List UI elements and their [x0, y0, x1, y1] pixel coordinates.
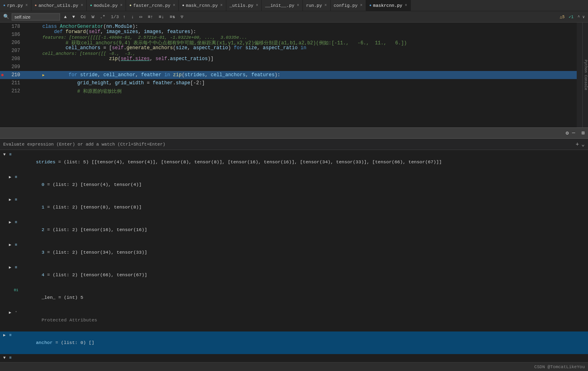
tab-maskrcnn-close[interactable]: ×	[405, 3, 407, 8]
sep-close-icon[interactable]: —	[572, 130, 575, 136]
search-count: 1/3	[111, 15, 119, 19]
eval-add-btn[interactable]: +	[576, 141, 579, 148]
sep-settings-icon[interactable]: ⚙	[566, 130, 569, 136]
tab-mask-rcnn[interactable]: ● mask_rcnn.py ×	[179, 0, 226, 11]
strides-3-expand[interactable]: ▶	[7, 242, 13, 249]
tree-strides-row[interactable]: ▼ ≡ strides = (list: 5) [[tensor(4), ten…	[0, 151, 588, 173]
strides-0-content: 0 = (list: 2) [tensor(4), tensor(4)]	[19, 174, 586, 196]
tab-run[interactable]: run.py ×	[303, 0, 331, 11]
strides-4-expand[interactable]: ▶	[7, 264, 13, 271]
tab-init[interactable]: __init__.py ×	[262, 0, 303, 11]
debug-input-bar: Evaluate expression (Enter) or add a wat…	[0, 139, 588, 150]
cell-anchors-expand[interactable]: ▼	[2, 354, 7, 362]
sep-icons: ⚙ — ⊞	[566, 130, 585, 136]
tab-anchor-utils[interactable]: ● anchor_utils.py ×	[31, 0, 87, 11]
tab-config-close[interactable]: ×	[360, 3, 362, 8]
separator-bar: ⚙ — ⊞	[0, 127, 588, 139]
tab-config[interactable]: config.py ×	[331, 0, 366, 11]
search-nav-up[interactable]: ↑	[121, 14, 127, 20]
tab-init-close[interactable]: ×	[297, 3, 299, 8]
cell-anchors-icon: ≡	[7, 354, 14, 362]
sep-grid-icon[interactable]: ⊞	[582, 130, 585, 136]
search-input[interactable]	[12, 13, 60, 21]
debug-tree: ▼ ≡ strides = (list: 5) [[tensor(4), ten…	[0, 150, 588, 362]
tab-anchor-utils-label: anchor_utils.py	[38, 3, 78, 8]
strides-0-expand[interactable]: ▶	[7, 174, 13, 181]
strides-1-expand[interactable]: ▶	[7, 196, 13, 204]
tree-cell-anchors-row[interactable]: ▼ ≡ cell_anchors = (list: 5) [tensor([[ …	[0, 354, 588, 362]
code-line-212[interactable]: 212 # 和原图的缩放比例	[0, 87, 588, 95]
strides-child-3[interactable]: ▶ ≡ 3 = (list: 2) [tensor(34), tensor(33…	[6, 241, 588, 264]
tab-rpn-label: rpn.py	[7, 3, 23, 8]
eval-placeholder: Evaluate expression (Enter) or add a wat…	[3, 142, 166, 147]
strides-protected-icon: *	[13, 309, 19, 317]
tab-anchor-utils-close[interactable]: ×	[81, 3, 83, 8]
tab-utils[interactable]: _utils.py ×	[226, 0, 262, 11]
strides-child-4[interactable]: ▶ ≡ 4 = (list: 2) [tensor(66), tensor(67…	[6, 264, 588, 286]
code-line-208[interactable]: 208 zip(self.sizes, self.aspect_ratios)]	[0, 55, 588, 63]
line-212-content: # 和原图的缩放比例	[25, 82, 588, 100]
search-btn4[interactable]: ≡↑	[146, 14, 155, 20]
search-nav-down[interactable]: ↓	[130, 14, 136, 20]
line-178-num: 178	[5, 24, 25, 29]
tab-rpn-close[interactable]: ×	[25, 3, 28, 8]
tab-run-close[interactable]: ×	[325, 3, 327, 8]
strides-2-content: 2 = (list: 2) [tensor(16), tensor(16)]	[19, 219, 586, 241]
strides-0-icon: ≡	[13, 174, 19, 181]
tab-utils-label: _utils.py	[230, 3, 253, 8]
line-207-num: 207	[5, 48, 25, 54]
tab-utils-close[interactable]: ×	[256, 3, 258, 8]
tab-rpn[interactable]: ● rpn.py ×	[0, 0, 31, 11]
tree-anchor-row[interactable]: ▶ ≡ anchor = (list: 0) []	[0, 331, 588, 354]
line-210-breakpoint: ●	[0, 72, 5, 78]
eval-expand-btn[interactable]: ⌄	[582, 141, 585, 148]
line-212-num: 212	[5, 88, 25, 94]
strides-len-content: _len_ = (int) 5	[19, 287, 586, 308]
search-next-btn[interactable]: ▼	[71, 14, 77, 20]
search-btn5[interactable]: ≡↓	[157, 14, 166, 20]
strides-child-2[interactable]: ▶ ≡ 2 = (list: 2) [tensor(16), tensor(16…	[6, 219, 588, 241]
line-208-content: zip(self.sizes, self.aspect_ratios)]	[25, 50, 588, 67]
search-regex-btn[interactable]: .*	[98, 14, 107, 20]
search-match-case-btn[interactable]: Cc	[79, 14, 87, 20]
line-211-num: 211	[5, 80, 25, 86]
line-206-num: 206	[5, 40, 25, 46]
search-whole-word-btn[interactable]: W	[90, 14, 96, 20]
strides-child-1[interactable]: ▶ ≡ 1 = (list: 2) [tensor(8), tensor(8)]	[6, 196, 588, 219]
bottom-text: CSDN @TomcatLikeYou	[534, 365, 585, 369]
right-panel-toggle[interactable]: Python Console	[582, 23, 588, 127]
strides-3-content: 3 = (list: 2) [tensor(34), tensor(33)]	[19, 242, 586, 263]
tab-mask-rcnn-close[interactable]: ×	[220, 3, 223, 8]
strides-2-expand[interactable]: ▶	[7, 219, 13, 226]
strides-expand[interactable]: ▼	[2, 151, 7, 158]
tab-module-close[interactable]: ×	[120, 3, 122, 8]
strides-protected-expand[interactable]: ▶	[7, 309, 13, 317]
strides-1-icon: ≡	[13, 196, 19, 204]
anchor-content: anchor = (list: 0) []	[14, 332, 586, 354]
anchor-expand[interactable]: ▶	[2, 332, 7, 339]
search-btn3[interactable]: ▭	[138, 14, 144, 20]
strides-icon: ≡	[7, 151, 14, 158]
search-filter-btn[interactable]: ▽	[179, 14, 185, 20]
strides-len-icon: 01	[13, 287, 19, 294]
strides-protected[interactable]: ▶ * Protected Attributes	[6, 309, 588, 331]
tab-faster-rcnn[interactable]: ● faster_rcnn.py ×	[126, 0, 179, 11]
line-208-num: 208	[5, 56, 25, 62]
anchor-icon: ≡	[7, 332, 14, 339]
check-indicator: ✓1	[569, 15, 574, 19]
tab-run-label: run.py	[306, 3, 322, 8]
strides-2-icon: ≡	[13, 219, 19, 226]
tab-module[interactable]: ● module.py ×	[87, 0, 126, 11]
warning-indicator: △5	[560, 15, 565, 19]
search-bar: 🔍 ▲ ▼ Cc W .* 1/3 ↑ ↓ ▭ ≡↑ ≡↓ ≡⇅ ▽ △5 ✓1…	[0, 11, 588, 23]
tab-faster-rcnn-label: faster_rcnn.py	[133, 3, 170, 8]
search-prev-btn[interactable]: ▲	[62, 14, 68, 20]
tab-faster-rcnn-close[interactable]: ×	[173, 3, 175, 8]
strides-child-0[interactable]: ▶ ≡ 0 = (list: 2) [tensor(4), tensor(4)]	[6, 173, 588, 196]
bottom-bar: CSDN @TomcatLikeYou	[0, 362, 588, 371]
tab-maskrcnn[interactable]: ● maskrcnn.py ×	[366, 0, 411, 11]
editor-scrollbar[interactable]	[577, 23, 582, 127]
line-186-num: 186	[5, 32, 25, 38]
search-btn6[interactable]: ≡⇅	[168, 14, 176, 20]
strides-1-content: 1 = (list: 2) [tensor(8), tensor(8)]	[19, 196, 586, 218]
